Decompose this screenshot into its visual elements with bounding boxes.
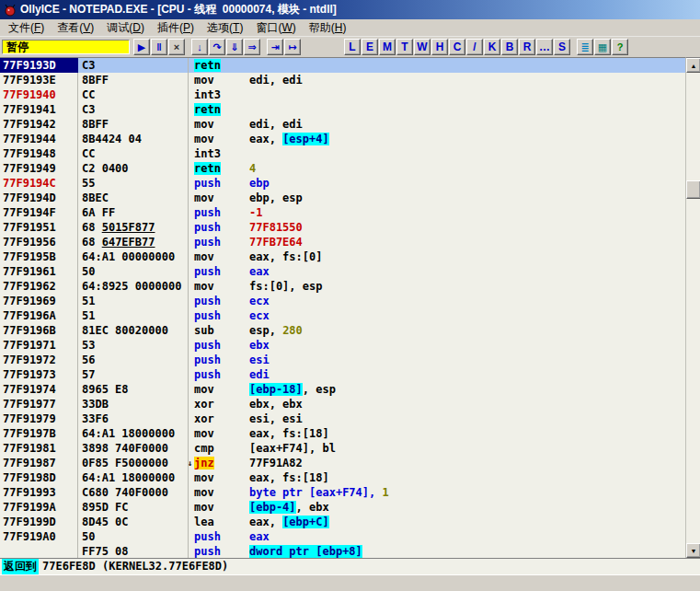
disasm-row[interactable]: 77F9195B64:A1 00000000moveax, fs:[0] [0,249,685,264]
disassembly-pane[interactable]: 77F9193DC3retn77F9193E8BFFmovedi, edi77F… [0,57,685,558]
disasm-row[interactable]: 77F9195668 647EFB77push77FB7E64 [0,235,685,249]
disasm-row[interactable]: 77F919428BFFmovedi, edi [0,117,685,132]
run-button[interactable]: ▶ [133,39,150,55]
source-window-button[interactable]: S [554,39,570,55]
references-window-button-label: R [523,41,532,52]
disasm-row[interactable]: 77F9195168 5015F877push77F81550 [0,220,685,235]
cpu-window-button[interactable]: C [449,39,465,55]
step-over-button[interactable]: ↷ [209,39,225,55]
executables-window-button[interactable]: E [361,39,378,55]
callstack-window-button[interactable]: K [484,39,500,55]
disasm-row[interactable]: 77F91941C3retn [0,102,685,117]
disasm-row[interactable]: 77F91949C2 0400retn4 [0,161,685,176]
goto-user-code-button[interactable]: ↦ [284,39,301,55]
disasm-row[interactable]: 77F9196264:8925 0000000movfs:[0], esp [0,279,685,294]
threads-window-button[interactable]: T [396,39,413,55]
mnemonic: retn [194,161,249,176]
disasm-row[interactable]: 77F919448B4424 04moveax, [esp+4] [0,132,685,146]
hex-bytes-cell: 64:A1 18000000 [78,426,189,441]
windows-window-button[interactable]: W [414,39,430,55]
scrollbar-thumb[interactable] [686,180,700,199]
close-program-button[interactable]: × [168,39,185,55]
disasm-row[interactable]: 77F9197B64:A1 18000000moveax, fs:[18] [0,426,685,441]
disasm-row[interactable]: 77F9194D8BECmovebp, esp [0,191,685,205]
appearance-button[interactable]: ▦ [594,39,611,55]
handles-window-button[interactable]: H [431,39,448,55]
operand: [eax+F74], bl [249,442,336,455]
disasm-row[interactable]: 77F9193E8BFFmovedi, edi [0,73,685,87]
menu-item-6[interactable]: 帮助(H) [303,18,353,38]
disasm-row[interactable]: 77F919813898 740F0000cmp[eax+F74], bl [0,441,685,456]
disasm-row[interactable]: 77F91993C680 740F0000movbyte ptr [eax+F7… [0,485,685,500]
breakpoints-window-button-label: B [506,41,514,52]
operand: 77F91A82 [249,457,303,469]
menu-item-2[interactable]: 调试(D) [100,18,151,38]
menu-item-1[interactable]: 查看(V) [51,18,100,38]
disasm-row[interactable]: 77F9197357pushedi [0,367,685,382]
disasm-row[interactable]: 77F9197256pushesi [0,353,685,367]
menu-item-0[interactable]: 文件(F) [2,18,51,38]
hex-bytes-cell: C3 [78,102,189,117]
till-return-icon: ⇥ [270,42,279,52]
disasm-row[interactable]: 77F9196B81EC 80020000subesp, 280 [0,323,685,338]
operand: edi, edi [249,118,303,131]
pause-button[interactable]: ‖ [151,39,167,55]
disasm-row[interactable]: 77F919748965 E8mov[ebp-18], esp [0,382,685,397]
disasm-row[interactable]: 77F9197933F6xoresi, esi [0,411,685,426]
help-button[interactable]: ? [612,39,628,55]
animate-over-button[interactable]: ⇒ [244,39,260,55]
options-button[interactable]: ≣ [577,39,593,55]
references-window-button[interactable]: R [519,39,535,55]
disasm-row[interactable]: 77F9196951pushecx [0,294,685,308]
disasm-row[interactable]: 77F919A050pusheax [0,529,685,544]
mnemonic: push [194,205,249,220]
operand: 77FB7E64 [249,236,303,249]
menu-item-5[interactable]: 窗口(W) [249,18,302,38]
hex-bytes-cell: 33F6 [78,411,189,426]
operand: [ebp-18] [249,383,303,396]
mnemonic: mov [194,73,249,87]
mnemonic: mov [194,249,249,264]
breakpoints-window-button[interactable]: B [501,39,518,55]
menu-item-4[interactable]: 选项(T) [201,18,249,38]
instruction-cell: pushesi [189,353,685,367]
hex-bytes-cell: 8B4424 04 [78,132,189,146]
operand: fs:[0], esp [249,280,322,293]
patches-window-button[interactable]: / [466,39,483,55]
disasm-row[interactable]: 77F9198D64:A1 18000000moveax, fs:[18] [0,470,685,485]
scroll-down-button[interactable]: ▼ [686,543,700,558]
disasm-row[interactable]: FF75 08pushdword ptr [ebp+8] [0,544,685,558]
log-window-button[interactable]: L [344,39,361,55]
disasm-row[interactable]: 77F9197733DBxorebx, ebx [0,397,685,411]
disasm-row[interactable]: 77F9196150pusheax [0,264,685,279]
step-into-button[interactable]: ↓ [191,39,208,55]
disasm-scrollbar[interactable]: ▲ ▼ [685,57,700,558]
disasm-row[interactable]: 77F9196A51pushecx [0,308,685,323]
runtrace-window-button[interactable]: … [536,39,553,55]
disasm-row[interactable]: 77F9199A895D FCmov[ebp-4], ebx [0,500,685,515]
disasm-row[interactable]: 77F9194C55pushebp [0,176,685,191]
hex-bytes-cell: 8BFF [78,117,189,132]
disasm-row[interactable]: 77F9197153pushebx [0,338,685,353]
disasm-row[interactable]: 77F91948CCint3 [0,146,685,161]
hex-bytes-cell: 8BEC [78,191,189,205]
instruction-cell: pushedi [189,367,685,382]
hex-bytes-cell: CC [78,87,189,102]
arrow-down-icon: ▼ [691,548,697,554]
hex-bytes-cell: CC [78,146,189,161]
disasm-row[interactable]: 77F919870F85 F5000000↓jnz77F91A82 [0,456,685,470]
disasm-row[interactable]: 77F9193DC3retn [0,58,685,73]
disasm-row[interactable]: 77F91940CCint3 [0,87,685,102]
operand: eax, [249,133,282,145]
memory-window-button[interactable]: M [379,39,396,55]
disasm-row[interactable]: 77F9194F6A FFpush-1 [0,205,685,220]
operand: 280 [282,324,303,337]
instruction-cell: movedi, edi [189,117,685,132]
execute-till-return-button[interactable]: ⇥ [267,39,283,55]
disasm-row[interactable]: 77F9199D8D45 0Cleaeax, [ebp+C] [0,515,685,529]
address-cell: 77F91941 [0,102,78,117]
scroll-up-button[interactable]: ▲ [686,58,700,73]
mnemonic: mov [194,132,249,146]
menu-item-3[interactable]: 插件(P) [151,18,201,38]
animate-into-button[interactable]: ⇓ [226,39,243,55]
